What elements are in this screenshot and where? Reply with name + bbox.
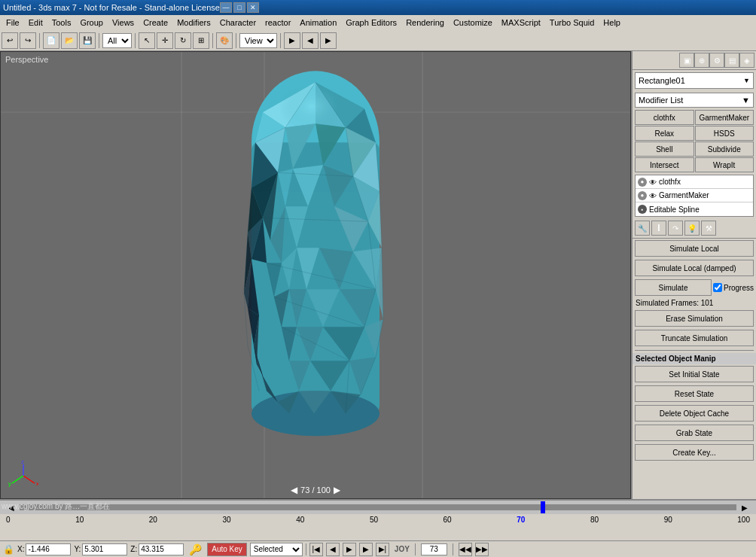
prev-frame-btn[interactable]: ◀ (326, 543, 340, 556)
minimize-button[interactable]: — (220, 2, 232, 13)
prev-key-btn[interactable]: |◀ (309, 543, 323, 556)
menu-create[interactable]: Create (139, 15, 172, 30)
menu-turbosquid[interactable]: Turbo Squid (545, 15, 599, 30)
menu-graph-editors[interactable]: Graph Editors (341, 15, 401, 30)
timeline-slider[interactable]: ◀ ▶ (0, 501, 756, 514)
rp-icon-2[interactable]: ⊕ (694, 53, 709, 68)
menu-views[interactable]: Views (108, 15, 139, 30)
wrapit-btn[interactable]: WrapIt (695, 157, 754, 172)
frame-number-input[interactable] (421, 543, 447, 555)
mod-item-clothfx[interactable]: ● 👁 clothfx (636, 175, 753, 189)
rp-display-btn[interactable]: 💡 (684, 221, 700, 236)
move-tool[interactable]: ✛ (157, 32, 173, 49)
menu-maxscript[interactable]: MAXScript (497, 15, 545, 30)
timeline-track[interactable] (20, 504, 736, 510)
delete-object-cache-btn[interactable]: Delete Object Cache (635, 405, 754, 422)
viewport-label: Perspective (5, 55, 48, 64)
rp-anim-btn[interactable]: I (651, 221, 666, 236)
subdivide-btn[interactable]: Subdivide (695, 142, 754, 157)
titlebar: Untitled - 3ds max 7 - Not for Resale - … (0, 0, 756, 15)
clothfx-btn[interactable]: clothfx (635, 110, 694, 125)
svg-line-93 (23, 476, 35, 483)
viewport[interactable]: Perspective (0, 51, 631, 499)
create-key-btn[interactable]: Create Key... (635, 444, 754, 461)
menu-customize[interactable]: Customize (449, 15, 497, 30)
select-tool[interactable]: ↖ (139, 32, 155, 49)
next-frame-button[interactable]: ▶ (320, 32, 337, 49)
menu-animation[interactable]: Animation (295, 15, 341, 30)
new-button[interactable]: 📄 (43, 32, 59, 49)
redo-button[interactable]: ↪ (20, 32, 36, 49)
rotate-tool[interactable]: ↻ (175, 32, 191, 49)
selected-object-manip-header: Selected Object Manip (633, 353, 756, 364)
rp-motion-btn[interactable]: ↷ (668, 221, 683, 236)
truncate-simulation-btn[interactable]: Truncate Simulation (635, 330, 754, 346)
open-button[interactable]: 📂 (61, 32, 78, 49)
grab-state-btn[interactable]: Grab State (635, 425, 754, 441)
mod-item-garmentmaker[interactable]: ● 👁 GarmentMaker (636, 189, 753, 202)
select-filter-dropdown[interactable]: All (102, 33, 132, 48)
menu-file[interactable]: File (2, 15, 24, 30)
hsds-btn[interactable]: HSDS (695, 126, 754, 141)
main-area: Perspective (0, 51, 756, 499)
set-initial-state-btn[interactable]: Set Initial State (635, 366, 754, 382)
close-button[interactable]: ✕ (247, 2, 259, 13)
sb-sep3 (453, 543, 453, 555)
timeline-right-arrow[interactable]: ▶ (739, 502, 750, 513)
toolbar-sep-1 (39, 33, 40, 48)
rp-utility-btn[interactable]: ⚒ (701, 221, 716, 236)
timeline-number-container: 0 10 20 30 40 50 60 70 80 90 100 (6, 516, 750, 524)
simulate-local-btn[interactable]: Simulate Local (635, 240, 754, 257)
menu-group[interactable]: Group (75, 15, 108, 30)
maximize-button[interactable]: □ (233, 2, 245, 13)
menu-character[interactable]: Character (215, 15, 261, 30)
menu-modifiers[interactable]: Modifiers (172, 15, 215, 30)
z-input[interactable] (139, 543, 184, 555)
viewport-select[interactable]: View (239, 33, 277, 48)
right-panel: ▣ ⊕ ⚙ ▤ ◈ Rectangle01 ▼ Modifier List ▼ … (631, 51, 756, 499)
mod-spline-icon: ▪ (638, 205, 647, 214)
menu-help[interactable]: Help (599, 15, 625, 30)
selected-dropdown[interactable]: Selected (250, 543, 303, 556)
tl-right-arrow[interactable]: ▶ (334, 485, 340, 495)
menu-reactor[interactable]: reactor (261, 15, 295, 30)
y-input[interactable] (82, 543, 127, 555)
simulate-btn[interactable]: Simulate (635, 279, 712, 296)
rp-icon-4[interactable]: ▤ (724, 53, 739, 68)
rp-icon-1[interactable]: ▣ (679, 53, 694, 68)
tl-left-arrow[interactable]: ◀ (291, 485, 297, 495)
progress-checkbox[interactable] (713, 283, 722, 292)
simulate-local-damped-btn[interactable]: Simulate Local (damped) (635, 260, 754, 276)
shell-btn[interactable]: Shell (635, 142, 694, 157)
save-button[interactable]: 💾 (79, 32, 96, 49)
x-input[interactable] (26, 543, 71, 555)
undo-button[interactable]: ↩ (2, 32, 18, 49)
garmentmaker-btn[interactable]: GarmentMaker (695, 110, 754, 125)
play-btn[interactable]: ▶ (343, 543, 356, 556)
set-initial-state-label: Set Initial State (669, 370, 719, 379)
mod-item-editable-spline[interactable]: ▪ Editable Spline (636, 202, 753, 216)
timeline-left-arrow[interactable]: ◀ (6, 502, 17, 513)
rp-icon-3[interactable]: ⚙ (709, 53, 724, 68)
object-name-field[interactable]: Rectangle01 ▼ (635, 72, 754, 89)
menu-edit[interactable]: Edit (24, 15, 47, 30)
menu-tools[interactable]: Tools (47, 15, 76, 30)
intersect-btn[interactable]: Intersect (635, 157, 694, 172)
auto-key-button[interactable]: Auto Key (207, 543, 247, 556)
erase-simulation-btn[interactable]: Erase Simulation (635, 310, 754, 327)
play-button[interactable]: ▶ (284, 32, 300, 49)
rp-icon-5[interactable]: ◈ (739, 53, 754, 68)
rp-prop-btn[interactable]: 🔧 (635, 221, 650, 236)
modifier-list-dropdown[interactable]: Modifier List ▼ (635, 93, 754, 108)
menu-rendering[interactable]: Rendering (401, 15, 449, 30)
render-button[interactable]: 🎨 (216, 32, 233, 49)
sb-sep (306, 543, 306, 555)
reset-state-btn[interactable]: Reset State (635, 385, 754, 402)
extra-btn-2[interactable]: ▶▶ (475, 543, 489, 556)
next-frame-btn[interactable]: ▶ (359, 543, 373, 556)
prev-frame-button[interactable]: ◀ (302, 32, 319, 49)
extra-btn-1[interactable]: ◀◀ (459, 543, 472, 556)
relax-btn[interactable]: Relax (635, 126, 694, 141)
next-key-btn[interactable]: ▶| (376, 543, 389, 556)
scale-tool[interactable]: ⊞ (193, 32, 209, 49)
